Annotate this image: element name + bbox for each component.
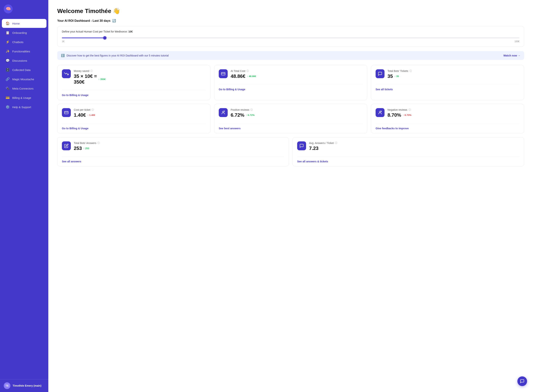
positive-reviews-icon-box [219, 108, 228, 117]
metric-link-bots-answers[interactable]: See all answers [62, 160, 284, 163]
sidebar-item-magic-moustache[interactable]: 🔗 Magic Moustache [2, 75, 47, 84]
metric-info-cost-per-ticket[interactable]: ⓘ [91, 108, 94, 112]
sidebar-item-functionalities-label: Functionalities [12, 50, 30, 53]
user-avatar: TE [4, 382, 10, 389]
metric-info-bots-answers[interactable]: ⓘ [97, 141, 100, 145]
sidebar-item-onboarding-label: Onboarding [12, 31, 27, 34]
metric-info-money-saved[interactable]: ⓘ [90, 69, 93, 73]
sidebar-item-home[interactable]: 🏠 Home [2, 19, 47, 28]
svg-point-7 [379, 111, 381, 112]
negative-reviews-icon-box [376, 108, 384, 117]
sidebar-item-home-label: Home [12, 22, 20, 25]
metric-change-positive-reviews: ↑ 6.72% [246, 114, 255, 117]
avg-answers-icon-box [297, 141, 306, 150]
sidebar-item-onboarding[interactable]: 📋 Onboarding [2, 28, 47, 37]
money-saved-icon-box [62, 69, 71, 78]
dashboard-label: Your AI ROI Dashboard - Last 30 days [57, 19, 110, 23]
metric-card-positive-reviews: Positive reviews ⓘ 6.72% ↑ 6.72% See bes… [214, 104, 367, 133]
metric-content-bots-answers: Total Bots' Answers ⓘ 253 ↑ 253 [74, 141, 284, 151]
metric-info-bots-tickets[interactable]: ⓘ [409, 69, 412, 73]
metric-content-bots-tickets: Total Bots' Tickets ⓘ 35 ↑ 35 [388, 69, 519, 79]
sidebar-item-collected-data[interactable]: 🗄️ Collected Data [2, 65, 47, 74]
cost-slider[interactable] [62, 37, 519, 38]
metric-value-positive-reviews: 6.72% [231, 112, 244, 118]
metric-change-money-saved: ↑ 350€ [98, 78, 106, 81]
metric-link-positive-reviews[interactable]: See best answers [219, 127, 363, 130]
metric-link-avg-answers[interactable]: See all answers & tickets [297, 160, 519, 163]
sidebar-item-meta-connectors-label: Meta Connectors [12, 87, 33, 90]
sidebar-item-chatbots[interactable]: ⚡ Chatbots [2, 37, 47, 47]
sidebar-item-functionalities[interactable]: ✨ Functionalities [2, 47, 47, 56]
magic-moustache-icon: 🔗 [5, 77, 10, 81]
metric-link-ai-cost[interactable]: Go to Billing & Usage [219, 88, 363, 91]
billing-icon: 💳 [5, 96, 10, 100]
metric-value-row-ai-cost: 48.86€ ↑ 48.86€ [231, 73, 363, 79]
sidebar-item-help[interactable]: ⚙️ Help & Support [2, 103, 47, 112]
info-icon: ℹ️ [61, 54, 65, 57]
metric-title-ai-cost: AI Total Cost ⓘ [231, 69, 363, 73]
metric-link-negative-reviews[interactable]: Give feedbacks to improve [376, 127, 519, 130]
chatbots-icon: ⚡ [5, 40, 10, 44]
page-title: Welcome Timothée 👋 [57, 7, 524, 14]
sidebar-item-billing[interactable]: 💳 Billing & Usage [2, 93, 47, 102]
slider-value: 10€ [128, 30, 133, 33]
bots-tickets-icon-box [376, 69, 384, 78]
chat-bubble-icon [299, 144, 304, 148]
metric-title-avg-answers: Avg. Answers / Ticket ⓘ [309, 141, 519, 145]
slider-min-label: 1€ [62, 40, 64, 43]
metric-change-negative-reviews: ↑ 8.70% [403, 114, 411, 117]
metric-info-negative-reviews[interactable]: ⓘ [408, 108, 411, 112]
metric-card-negative-reviews: Negative reviews ⓘ 8.70% ↑ 8.70% Give fe… [371, 104, 524, 133]
metric-content-ai-cost: AI Total Cost ⓘ 48.86€ ↑ 48.86€ [231, 69, 363, 79]
trending-down-icon [64, 71, 69, 76]
sidebar-footer: TE Timothée Emery (main) [0, 379, 48, 392]
metric-card-money-saved: Money saved ⓘ 35 × 10€ =350€ ↑ 350€ Go t… [57, 65, 210, 100]
info-banner: ℹ️ Discover how to get the best figures … [57, 51, 524, 60]
home-icon: 🏠 [5, 21, 10, 25]
chat-fab-button[interactable] [517, 376, 527, 386]
bots-answers-icon-box [62, 141, 71, 150]
metric-info-positive-reviews[interactable]: ⓘ [250, 108, 253, 112]
metric-link-cost-per-ticket[interactable]: Go to Billing & Usage [62, 127, 206, 130]
metric-content-avg-answers: Avg. Answers / Ticket ⓘ 7.23 [309, 141, 519, 151]
metric-title-bots-tickets: Total Bots' Tickets ⓘ [388, 69, 519, 73]
metric-header-cost-per-ticket: Cost per ticket ⓘ 1.40€ ↑ 1.40€ [62, 108, 206, 118]
chat-fab-icon [520, 379, 524, 383]
metric-value-avg-answers: 7.23 [309, 145, 318, 151]
metric-value-row-positive-reviews: 6.72% ↑ 6.72% [231, 112, 363, 118]
slider-wrap [62, 36, 519, 39]
metric-card-cost-per-ticket: Cost per ticket ⓘ 1.40€ ↑ 1.40€ Go to Bi… [57, 104, 210, 133]
main-content: Welcome Timothée 👋 Your AI ROI Dashboard… [48, 0, 533, 392]
metric-info-avg-answers[interactable]: ⓘ [335, 141, 337, 145]
metric-link-bots-tickets[interactable]: See all tickets [376, 88, 519, 91]
metric-title-money-saved: Money saved ⓘ [74, 69, 206, 73]
refresh-icon[interactable]: 🔄 [112, 19, 116, 23]
sidebar-item-discussions-label: Discussions [12, 59, 27, 62]
metrics-grid-row1: Money saved ⓘ 35 × 10€ =350€ ↑ 350€ Go t… [57, 65, 524, 100]
metric-card-ai-cost: AI Total Cost ⓘ 48.86€ ↑ 48.86€ Go to Bi… [214, 65, 367, 100]
metric-value-ai-cost: 48.86€ [231, 73, 246, 79]
metric-value-row-cost-per-ticket: 1.40€ ↑ 1.40€ [74, 112, 206, 118]
metric-change-ai-cost: ↑ 48.86€ [247, 75, 256, 78]
slider-bounds: 1€ 100€ [62, 40, 519, 43]
metric-title-positive-reviews: Positive reviews ⓘ [231, 108, 363, 112]
svg-point-4 [222, 111, 224, 112]
onboarding-icon: 📋 [5, 31, 10, 35]
metric-change-cost-per-ticket: ↑ 1.40€ [87, 114, 95, 117]
user-name-label: Timothée Emery (main) [13, 384, 42, 387]
edit-icon [64, 144, 69, 148]
sidebar-item-meta-connectors[interactable]: 🔌 Meta Connectors [2, 84, 47, 93]
metric-title-bots-answers: Total Bots' Answers ⓘ [74, 141, 284, 145]
metric-value-row-bots-answers: 253 ↑ 253 [74, 145, 284, 151]
metric-title-negative-reviews: Negative reviews ⓘ [388, 108, 519, 112]
metric-content-cost-per-ticket: Cost per ticket ⓘ 1.40€ ↑ 1.40€ [74, 108, 206, 118]
negative-reviews-icon [378, 110, 382, 115]
metric-info-ai-cost[interactable]: ⓘ [246, 69, 249, 73]
metric-value-row-negative-reviews: 8.70% ↑ 8.70% [388, 112, 519, 118]
metric-link-money-saved[interactable]: Go to Billing & Usage [62, 94, 206, 97]
sidebar-item-discussions[interactable]: 💬 Discussions [2, 56, 47, 65]
metric-value-row-money-saved: 35 × 10€ =350€ ↑ 350€ [74, 73, 206, 85]
metric-card-bots-tickets: Total Bots' Tickets ⓘ 35 ↑ 35 See all ti… [371, 65, 524, 100]
discussions-icon: 💬 [5, 59, 10, 63]
watch-now-link[interactable]: Watch now → [503, 54, 520, 57]
